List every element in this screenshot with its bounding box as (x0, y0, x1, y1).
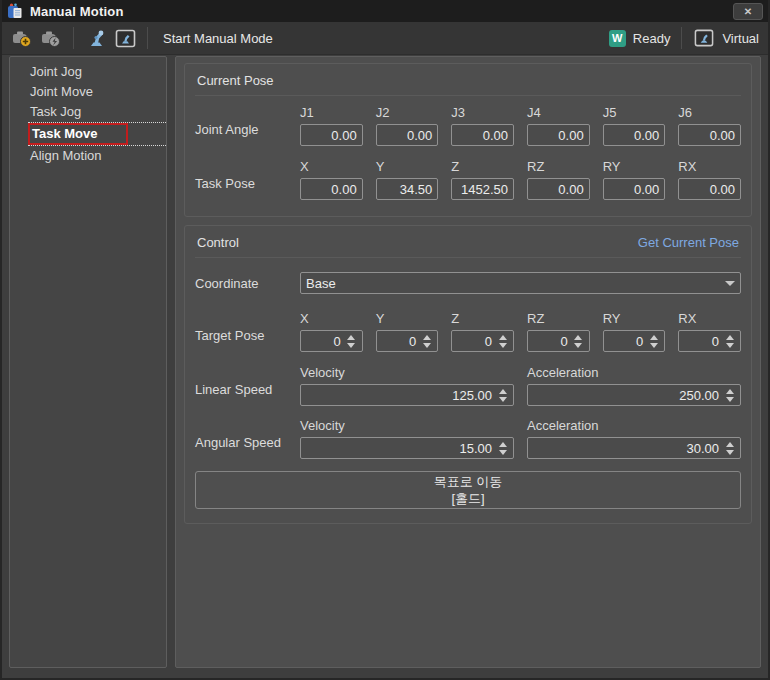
target-pose-rx-spinner[interactable]: 0 (678, 330, 741, 352)
col-label-y: Y (376, 159, 439, 176)
spinner-arrows-icon[interactable] (724, 442, 735, 455)
col-label-rx: RX (678, 311, 741, 328)
sidebar-item-joint-move[interactable]: Joint Move (10, 82, 166, 102)
sidebar-item-align-motion[interactable]: Align Motion (10, 146, 166, 166)
sidebar-item-task-jog[interactable]: Task Jog (10, 102, 166, 122)
linear-acceleration-spinner[interactable]: 250.00 (527, 384, 741, 406)
joint-angle-label: Joint Angle (195, 114, 287, 137)
acceleration-label: Acceleration (527, 365, 741, 382)
joint-angle-j2-field: 0.00 (376, 124, 439, 146)
spinner-arrows-icon[interactable] (421, 335, 432, 348)
col-label-rz: RZ (527, 159, 590, 176)
group-title: Control (197, 235, 239, 250)
workcell-badge-icon: W (609, 30, 626, 47)
sidebar-item-task-move[interactable]: Task Move (28, 122, 166, 146)
sidebar-item-joint-jog[interactable]: Joint Jog (10, 62, 166, 82)
linear-speed-label: Linear Speed (195, 374, 287, 397)
servo-on-icon[interactable] (11, 27, 33, 49)
virtual-status: Virtual (722, 31, 759, 46)
move-button-line2: [홀드] (196, 490, 740, 507)
toolbar-separator (73, 27, 74, 49)
window-title: Manual Motion (30, 4, 124, 19)
col-label-j1: J1 (300, 105, 363, 122)
joint-angle-j5-field: 0.00 (603, 124, 666, 146)
toolbar: Start Manual Mode W Ready Virtual (2, 22, 768, 55)
group-title: Current Pose (197, 73, 274, 88)
toolbar-separator (681, 27, 682, 49)
col-label-ry: RY (603, 159, 666, 176)
robot-arm-icon[interactable] (85, 27, 107, 49)
angular-speed-label: Angular Speed (195, 427, 287, 450)
spinner-arrows-icon[interactable] (497, 335, 508, 348)
spinner-arrows-icon[interactable] (497, 442, 508, 455)
app-icon (7, 3, 23, 19)
close-button[interactable]: ✕ (733, 3, 763, 20)
toolbar-status: W Ready Virtual (609, 27, 759, 49)
coordinate-select[interactable]: Base (300, 272, 741, 294)
col-label-j3: J3 (451, 105, 514, 122)
target-pose-row: Target Pose X Y Z RZ RY RX 0 0 0 0 0 0 (195, 311, 741, 352)
col-label-j2: J2 (376, 105, 439, 122)
joint-angle-j3-field: 0.00 (451, 124, 514, 146)
selection-highlight: Task Move (28, 123, 128, 145)
servo-off-icon[interactable] (40, 27, 62, 49)
target-pose-label: Target Pose (195, 320, 287, 343)
velocity-label: Velocity (300, 365, 514, 382)
virtual-mode-icon (693, 27, 715, 49)
ready-status: Ready (633, 31, 671, 46)
task-pose-x-field: 0.00 (300, 178, 363, 200)
virtual-robot-icon[interactable] (114, 27, 136, 49)
target-pose-x-spinner[interactable]: 0 (300, 330, 363, 352)
coordinate-row: Coordinate Base (195, 272, 741, 294)
current-pose-header: Current Pose (195, 69, 741, 96)
col-label-z: Z (451, 159, 514, 176)
task-pose-ry-field: 0.00 (603, 178, 666, 200)
coordinate-label: Coordinate (195, 276, 287, 291)
col-label-ry: RY (603, 311, 666, 328)
target-pose-rz-spinner[interactable]: 0 (527, 330, 590, 352)
title-bar: Manual Motion ✕ (2, 0, 768, 22)
target-pose-ry-spinner[interactable]: 0 (603, 330, 666, 352)
manual-motion-window: Manual Motion ✕ (0, 0, 770, 680)
task-pose-y-field: 34.50 (376, 178, 439, 200)
target-pose-z-spinner[interactable]: 0 (451, 330, 514, 352)
task-pose-row: Task Pose X Y Z RZ RY RX 0.00 34.50 1452… (195, 159, 741, 200)
motion-mode-list: Joint Jog Joint Move Task Jog Task Move … (9, 56, 167, 668)
velocity-label: Velocity (300, 418, 514, 435)
col-label-x: X (300, 159, 363, 176)
chevron-down-icon (725, 281, 735, 286)
col-label-rx: RX (678, 159, 741, 176)
window-body: Joint Jog Joint Move Task Jog Task Move … (9, 56, 761, 668)
move-to-target-hold-button[interactable]: 목표로 이동 [홀드] (195, 471, 741, 509)
get-current-pose-link[interactable]: Get Current Pose (638, 235, 739, 250)
col-label-z: Z (451, 311, 514, 328)
task-pose-z-field: 1452.50 (451, 178, 514, 200)
target-pose-y-spinner[interactable]: 0 (376, 330, 439, 352)
col-label-j6: J6 (678, 105, 741, 122)
linear-speed-row: Linear Speed Velocity Acceleration 125.0… (195, 365, 741, 406)
col-label-rz: RZ (527, 311, 590, 328)
spinner-arrows-icon[interactable] (346, 335, 357, 348)
task-pose-rx-field: 0.00 (678, 178, 741, 200)
angular-velocity-spinner[interactable]: 15.00 (300, 437, 514, 459)
task-move-panel: Current Pose Joint Angle J1 J2 J3 J4 J5 … (175, 56, 761, 668)
task-pose-rz-field: 0.00 (527, 178, 590, 200)
sidebar-item-label: Task Move (32, 126, 98, 141)
start-manual-mode-button[interactable]: Start Manual Mode (163, 31, 273, 46)
acceleration-label: Acceleration (527, 418, 741, 435)
spinner-arrows-icon[interactable] (573, 335, 584, 348)
col-label-j5: J5 (603, 105, 666, 122)
spinner-arrows-icon[interactable] (497, 389, 508, 402)
angular-acceleration-spinner[interactable]: 30.00 (527, 437, 741, 459)
spinner-arrows-icon[interactable] (724, 389, 735, 402)
spinner-arrows-icon[interactable] (724, 335, 735, 348)
spinner-arrows-icon[interactable] (648, 335, 659, 348)
joint-angle-j4-field: 0.00 (527, 124, 590, 146)
col-label-x: X (300, 311, 363, 328)
joint-angle-j6-field: 0.00 (678, 124, 741, 146)
current-pose-group: Current Pose Joint Angle J1 J2 J3 J4 J5 … (184, 63, 752, 217)
move-button-line1: 목표로 이동 (196, 473, 740, 490)
linear-velocity-spinner[interactable]: 125.00 (300, 384, 514, 406)
control-group: Control Get Current Pose Coordinate Base… (184, 225, 752, 524)
col-label-j4: J4 (527, 105, 590, 122)
